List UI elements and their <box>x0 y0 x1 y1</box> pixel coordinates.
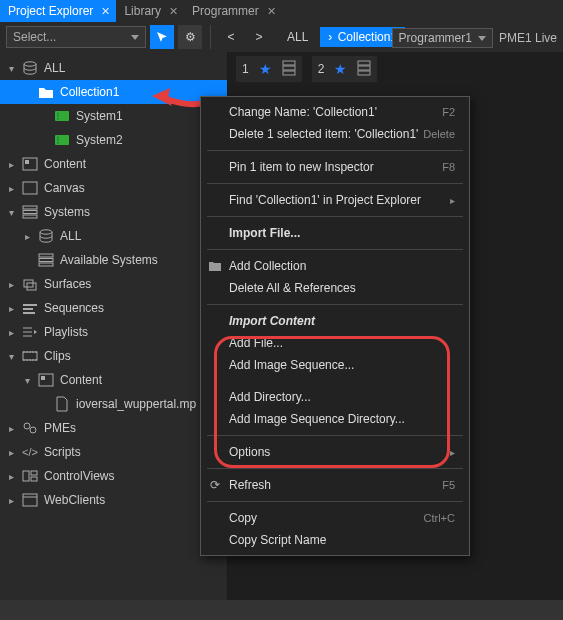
tree-item-label: Clips <box>44 349 71 363</box>
tree-item-all[interactable]: ▾ALL <box>0 56 227 80</box>
menu-item-import-content[interactable]: Import Content <box>201 310 469 332</box>
menu-item-options[interactable]: Options▸ <box>201 441 469 463</box>
menu-separator <box>207 216 463 217</box>
tree-item-all[interactable]: ▸ALL <box>0 224 227 248</box>
tree-item-label: ControlViews <box>44 469 114 483</box>
chevron-right-icon[interactable]: ▸ <box>6 183 16 193</box>
gear-icon: ⚙ <box>185 30 196 44</box>
tab-project-explorer[interactable]: Project Explorer ✕ <box>0 0 116 22</box>
menu-item-label: Pin 1 item to new Inspector <box>229 160 374 174</box>
tree-item-collection1[interactable]: Collection1 <box>0 80 227 104</box>
menu-item-label: Find 'Collection1' in Project Explorer <box>229 193 421 207</box>
chevron-down-icon[interactable]: ▾ <box>6 63 16 73</box>
menu-item-label: Import Content <box>229 314 315 328</box>
tree-item-systems[interactable]: ▾Systems <box>0 200 227 224</box>
close-icon[interactable]: ✕ <box>267 5 276 18</box>
nav-back-button[interactable]: < <box>219 25 243 49</box>
cursor-tool-button[interactable] <box>150 25 174 49</box>
programmer-dropdown[interactable]: Programmer1 <box>392 28 493 48</box>
svg-rect-44 <box>358 71 370 75</box>
svg-rect-43 <box>358 66 370 70</box>
svg-rect-41 <box>283 71 295 75</box>
tree-item-label: Available Systems <box>60 253 158 267</box>
playlists-icon <box>22 324 38 340</box>
tree-item-system2[interactable]: System2 <box>0 128 227 152</box>
tree-item-ioversal-wuppertal-mp[interactable]: ioversal_wuppertal.mp <box>0 392 227 416</box>
chevron-right-icon: ▸ <box>450 195 455 206</box>
chevron-right-icon: › <box>328 30 332 44</box>
svg-rect-7 <box>57 140 59 142</box>
tab-label: Programmer <box>192 4 259 18</box>
tree-item-content[interactable]: ▾Content <box>0 368 227 392</box>
chevron-right-icon[interactable]: ▸ <box>6 159 16 169</box>
tree-item-label: Sequences <box>44 301 104 315</box>
tab-programmer[interactable]: Programmer ✕ <box>184 0 282 22</box>
settings-button[interactable]: ⚙ <box>178 25 202 49</box>
thumb-item[interactable]: 2 ★ <box>312 56 378 82</box>
crumb-all[interactable]: ALL <box>279 27 316 47</box>
chevron-down-icon[interactable]: ▾ <box>6 207 16 217</box>
tree-item-controlviews[interactable]: ▸ControlViews <box>0 464 227 488</box>
chevron-right-icon[interactable]: ▸ <box>6 495 16 505</box>
menu-item-add-directory[interactable]: Add Directory... <box>201 386 469 408</box>
tree-item-label: Surfaces <box>44 277 91 291</box>
tree-item-surfaces[interactable]: ▸Surfaces <box>0 272 227 296</box>
tree-item-sequences[interactable]: ▸Sequences <box>0 296 227 320</box>
menu-item-copy-script-name[interactable]: Copy Script Name <box>201 529 469 551</box>
tree-item-playlists[interactable]: ▸Playlists <box>0 320 227 344</box>
menu-item-label: Change Name: 'Collection1' <box>229 105 377 119</box>
menu-item-add-image-sequence-directory[interactable]: Add Image Sequence Directory... <box>201 408 469 430</box>
db-icon <box>22 60 38 76</box>
menu-item-label: Import File... <box>229 226 300 240</box>
chevron-right-icon[interactable]: ▸ <box>6 447 16 457</box>
close-icon[interactable]: ✕ <box>169 5 178 18</box>
pme-status[interactable]: PME1 Live <box>499 31 557 45</box>
chevron-right-icon[interactable]: ▸ <box>6 279 16 289</box>
chevron-down-icon[interactable]: ▾ <box>6 351 16 361</box>
refresh-icon: ⟳ <box>207 477 223 493</box>
tree-item-webclients[interactable]: ▸WebClients <box>0 488 227 512</box>
clips-icon <box>22 348 38 364</box>
tree-item-pmes[interactable]: ▸PMEs <box>0 416 227 440</box>
menu-item-add-image-sequence[interactable]: Add Image Sequence... <box>201 354 469 376</box>
nav-forward-button[interactable]: > <box>247 25 271 49</box>
surfaces-icon <box>22 276 38 292</box>
menu-shortcut: F8 <box>442 161 455 173</box>
tab-label: Library <box>124 4 161 18</box>
menu-item-find-collection1-in-project-explorer[interactable]: Find 'Collection1' in Project Explorer▸ <box>201 189 469 211</box>
menu-item-delete-all-references[interactable]: Delete All & References <box>201 277 469 299</box>
tree-item-available-systems[interactable]: Available Systems <box>0 248 227 272</box>
tree-item-clips[interactable]: ▾Clips <box>0 344 227 368</box>
tree-item-canvas[interactable]: ▸Canvas <box>0 176 227 200</box>
svg-rect-12 <box>23 206 37 209</box>
menu-separator <box>207 183 463 184</box>
menu-item-change-name-collection1[interactable]: Change Name: 'Collection1'F2 <box>201 101 469 123</box>
thumb-item[interactable]: 1 ★ <box>236 56 302 82</box>
chevron-right-icon[interactable]: ▸ <box>22 231 32 241</box>
chevron-down-icon <box>131 35 139 40</box>
filter-select[interactable]: Select... <box>6 26 146 48</box>
expander-spacer <box>22 255 32 265</box>
menu-item-delete-1-selected-item-collection1[interactable]: Delete 1 selected item: 'Collection1'Del… <box>201 123 469 145</box>
expander-spacer <box>38 399 48 409</box>
chevron-down-icon[interactable]: ▾ <box>22 375 32 385</box>
menu-item-refresh[interactable]: ⟳RefreshF5 <box>201 474 469 496</box>
svg-rect-3 <box>57 116 59 118</box>
menu-item-import-file[interactable]: Import File... <box>201 222 469 244</box>
tree-item-system1[interactable]: System1 <box>0 104 227 128</box>
tree-item-label: Content <box>44 157 86 171</box>
close-icon[interactable]: ✕ <box>101 5 110 18</box>
tab-library[interactable]: Library ✕ <box>116 0 184 22</box>
chevron-right-icon[interactable]: ▸ <box>6 327 16 337</box>
chevron-right-icon[interactable]: ▸ <box>6 423 16 433</box>
tree-item-content[interactable]: ▸Content <box>0 152 227 176</box>
expander-spacer <box>38 135 48 145</box>
tree-item-scripts[interactable]: ▸</>Scripts <box>0 440 227 464</box>
menu-item-copy[interactable]: CopyCtrl+C <box>201 507 469 529</box>
chevron-right-icon[interactable]: ▸ <box>6 471 16 481</box>
chevron-right-icon[interactable]: ▸ <box>6 303 16 313</box>
menu-item-pin-1-item-to-new-inspector[interactable]: Pin 1 item to new InspectorF8 <box>201 156 469 178</box>
menu-item-add-file[interactable]: Add File... <box>201 332 469 354</box>
svg-rect-42 <box>358 61 370 65</box>
menu-item-add-collection[interactable]: Add Collection <box>201 255 469 277</box>
